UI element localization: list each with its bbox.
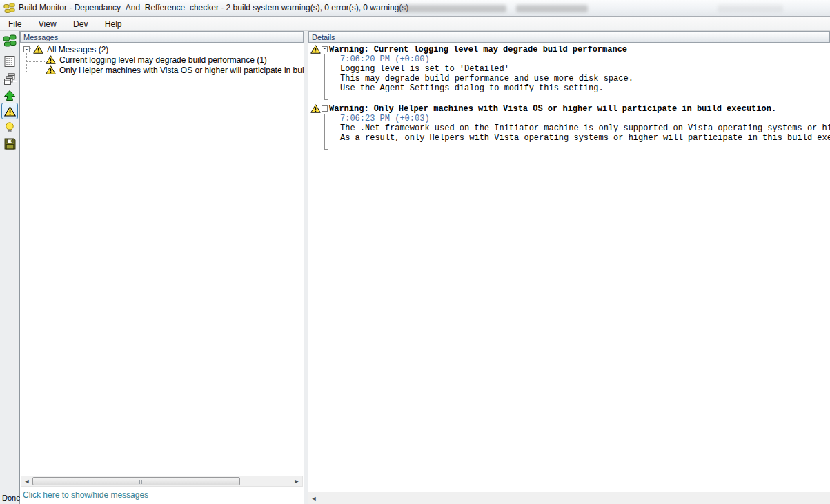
messages-horizontal-scrollbar[interactable]: ◄ ►: [21, 476, 303, 487]
messages-tree: - All Messages (2): [20, 43, 304, 476]
collapse-toggle[interactable]: -: [322, 46, 328, 52]
menu-view[interactable]: View: [32, 18, 63, 32]
warning-detail-line: As a result, only Helpers with Vista ope…: [340, 133, 830, 143]
warning-detail-line: This may degrade build performance and u…: [340, 74, 830, 83]
window-title: Build Monitor - Dependancy_And_Refferenc…: [19, 3, 408, 12]
tree-label[interactable]: All Messages (2): [47, 45, 108, 54]
menu-dev[interactable]: Dev: [66, 18, 95, 32]
warnings-triangle-icon[interactable]: [1, 103, 18, 119]
redacted-text-blob: [397, 5, 506, 12]
show-hide-messages-link[interactable]: Click here to show/hide messages: [23, 490, 148, 500]
details-horizontal-scrollbar[interactable]: ◄: [308, 492, 830, 504]
app-bricks-icon: [3, 3, 15, 14]
menu-bar: File View Dev Help: [0, 17, 830, 31]
details-entry: - Warning: Current logging level may deg…: [308, 45, 830, 104]
messages-footer: Click here to show/hide messages: [20, 487, 304, 504]
tree-row-message[interactable]: Only Helper machines with Vista OS or hi…: [20, 65, 304, 75]
warning-title: Warning: Current logging level may degra…: [329, 45, 830, 54]
warning-triangle-icon: [33, 45, 43, 54]
warning-timestamp: 7:06:23 PM (+0:03): [340, 114, 830, 123]
details-panel-header: Details: [308, 31, 830, 43]
collapse-toggle[interactable]: -: [23, 46, 30, 52]
warning-detail-line: Logging level is set to 'Detailed': [340, 64, 830, 74]
projects-windows-icon[interactable]: [1, 70, 18, 87]
scrollbar-grip-icon: [137, 480, 142, 484]
warning-triangle-icon: [310, 45, 321, 54]
tree-row-message[interactable]: Current logging level may degrade build …: [20, 54, 304, 65]
build-bricks-icon[interactable]: [1, 33, 18, 50]
details-entry: - Warning: Only Helper machines with Vis…: [308, 104, 830, 154]
scroll-right-arrow-icon[interactable]: ►: [291, 476, 302, 486]
warning-triangle-icon: [46, 55, 56, 64]
output-log-icon[interactable]: [1, 53, 18, 70]
tips-lightbulb-icon[interactable]: [1, 119, 18, 136]
warning-timestamp: 7:06:20 PM (+0:00): [340, 54, 830, 64]
redacted-text-blob: [516, 5, 588, 12]
redacted-text-blob: [718, 5, 783, 12]
save-floppy-icon[interactable]: [1, 135, 18, 152]
scroll-left-arrow-icon[interactable]: ◄: [308, 494, 319, 503]
warning-title: Warning: Only Helper machines with Vista…: [329, 104, 830, 114]
tree-label[interactable]: Only Helper machines with Vista OS or hi…: [59, 65, 304, 75]
details-body: - Warning: Current logging level may deg…: [308, 43, 830, 492]
warning-detail-line: The .Net framework used on the Initiator…: [340, 123, 830, 133]
scroll-left-arrow-icon[interactable]: ◄: [21, 476, 32, 486]
status-text: Done: [2, 494, 20, 502]
tree-connector: [324, 54, 328, 100]
left-toolbar: Done: [0, 31, 20, 504]
warning-triangle-icon: [46, 65, 56, 74]
build-monitor-window: Build Monitor - Dependancy_And_Refferenc…: [0, 0, 830, 504]
tree-connector: [324, 114, 328, 150]
menu-file[interactable]: File: [1, 18, 28, 32]
warning-detail-line: Use the Agent Settings dialog to modify …: [340, 83, 830, 93]
collapse-toggle[interactable]: -: [322, 105, 328, 112]
messages-panel: Messages - All Messages (2): [20, 31, 304, 504]
menu-help[interactable]: Help: [98, 18, 129, 32]
warning-triangle-icon: [310, 104, 321, 113]
details-panel: Details - Warning: Current logging level…: [308, 31, 830, 504]
summary-up-arrow-icon[interactable]: [1, 88, 18, 104]
title-bar: Build Monitor - Dependancy_And_Refferenc…: [0, 0, 830, 17]
scrollbar-thumb[interactable]: [32, 477, 240, 485]
tree-label[interactable]: Current logging level may degrade build …: [59, 55, 267, 65]
messages-panel-header: Messages: [20, 31, 304, 43]
tree-row-all-messages[interactable]: - All Messages (2): [20, 44, 304, 54]
